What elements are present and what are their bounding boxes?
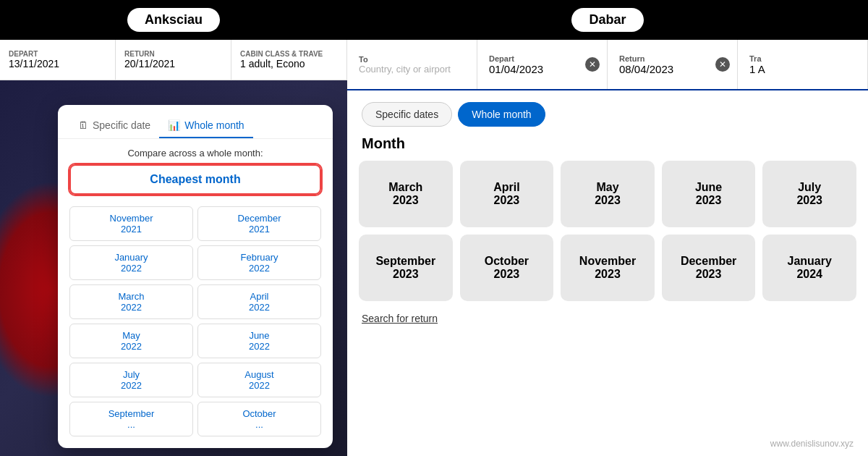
tab-specific-date[interactable]: 🗓 Specific date bbox=[69, 114, 159, 138]
right-month-cell[interactable]: June2023 bbox=[662, 161, 756, 227]
left-label-pill: Anksciau bbox=[127, 8, 220, 32]
left-tab-row: 🗓 Specific date 📊 Whole month bbox=[58, 105, 333, 139]
right-return-clear-button[interactable]: ✕ bbox=[715, 57, 730, 72]
left-month-cell[interactable]: February 2022 bbox=[197, 245, 321, 280]
month-section-label: Month bbox=[347, 132, 868, 161]
left-return-field: Return 20/11/2021 bbox=[116, 40, 231, 80]
right-month-cell[interactable]: November2023 bbox=[561, 235, 655, 301]
cheapest-month-button[interactable]: Cheapest month bbox=[69, 164, 321, 195]
left-month-cell[interactable]: June 2022 bbox=[197, 324, 321, 358]
right-month-cell[interactable]: September2023 bbox=[359, 235, 453, 301]
left-month-cell[interactable]: January 2022 bbox=[69, 245, 193, 280]
left-month-cell[interactable]: October ... bbox=[197, 402, 321, 436]
toggle-whole-month-button[interactable]: Whole month bbox=[458, 102, 545, 127]
chart-icon: 📊 bbox=[168, 119, 180, 131]
right-to-label: To bbox=[359, 55, 465, 64]
right-month-cell[interactable]: July2023 bbox=[762, 161, 856, 227]
toggle-row: Specific dates Whole month bbox=[347, 90, 868, 132]
left-label-bar: Anksciau bbox=[0, 0, 347, 40]
toggle-specific-dates-button[interactable]: Specific dates bbox=[362, 102, 452, 127]
right-to-field: To Country, city or airport bbox=[347, 40, 477, 89]
right-travellers-field: Tra 1 A bbox=[738, 40, 868, 89]
left-dropdown-card: 🗓 Specific date 📊 Whole month Compare ac… bbox=[58, 105, 333, 448]
left-month-cell[interactable]: July 2022 bbox=[69, 363, 193, 397]
left-month-cell[interactable]: May 2022 bbox=[69, 324, 193, 358]
right-month-cell[interactable]: January2024 bbox=[762, 235, 856, 301]
right-month-cell[interactable]: March2023 bbox=[359, 161, 453, 227]
right-search-bar: To Country, city or airport Depart 01/04… bbox=[347, 40, 868, 90]
search-return-link[interactable]: Search for return bbox=[347, 301, 868, 336]
left-depart-field: Depart 13/11/2021 bbox=[0, 40, 116, 80]
right-month-cell[interactable]: October2023 bbox=[460, 235, 554, 301]
right-month-cell[interactable]: May2023 bbox=[561, 161, 655, 227]
right-return-label: Return bbox=[619, 54, 726, 63]
left-depart-value[interactable]: 13/11/2021 bbox=[9, 58, 106, 69]
right-depart-field: Depart 01/04/2023 ✕ bbox=[477, 40, 608, 89]
tab-whole-month[interactable]: 📊 Whole month bbox=[159, 114, 252, 138]
left-month-cell[interactable]: September ... bbox=[69, 402, 193, 436]
right-travellers-label: Tra bbox=[749, 54, 856, 63]
left-cabin-label: Cabin Class & Trave bbox=[240, 50, 338, 58]
right-month-cell[interactable]: April2023 bbox=[460, 161, 554, 227]
left-month-cell[interactable]: March 2022 bbox=[69, 284, 193, 319]
left-depart-label: Depart bbox=[9, 50, 106, 58]
right-return-field: Return 08/04/2023 ✕ bbox=[608, 40, 738, 89]
left-cabin-value[interactable]: 1 adult, Econo bbox=[240, 58, 338, 69]
right-months-grid-row1: March2023April2023May2023June2023July202… bbox=[347, 161, 868, 227]
right-label-pill: Dabar bbox=[571, 8, 643, 32]
left-months-grid: November 2021December 2021January 2022Fe… bbox=[58, 203, 333, 439]
left-month-cell[interactable]: November 2021 bbox=[69, 206, 193, 241]
left-panel: Anksciau Depart 13/11/2021 Return 20/11/… bbox=[0, 0, 347, 456]
right-months-grid-row2: September2023October2023November2023Dece… bbox=[347, 235, 868, 301]
right-travellers-value[interactable]: 1 A bbox=[749, 63, 856, 75]
right-depart-value[interactable]: 01/04/2023 bbox=[489, 63, 595, 75]
right-label-bar: Dabar bbox=[347, 0, 868, 40]
left-return-value[interactable]: 20/11/2021 bbox=[124, 58, 222, 69]
right-depart-label: Depart bbox=[489, 54, 595, 63]
left-month-cell[interactable]: December 2021 bbox=[197, 206, 321, 241]
right-depart-clear-button[interactable]: ✕ bbox=[585, 57, 600, 72]
left-month-cell[interactable]: April 2022 bbox=[197, 284, 321, 319]
left-month-cell[interactable]: August 2022 bbox=[197, 363, 321, 397]
right-return-value[interactable]: 08/04/2023 bbox=[619, 63, 726, 75]
left-cabin-field: Cabin Class & Trave 1 adult, Econo bbox=[231, 40, 347, 80]
left-return-label: Return bbox=[124, 50, 222, 58]
left-search-bar: Depart 13/11/2021 Return 20/11/2021 Cabi… bbox=[0, 40, 347, 80]
right-to-placeholder[interactable]: Country, city or airport bbox=[359, 64, 465, 75]
right-panel: Dabar To Country, city or airport Depart… bbox=[347, 0, 868, 456]
watermark: www.denislisunov.xyz bbox=[770, 439, 854, 449]
right-month-cell[interactable]: December2023 bbox=[662, 235, 756, 301]
calendar-icon: 🗓 bbox=[78, 119, 88, 131]
tab-whole-label: Whole month bbox=[184, 119, 244, 131]
tab-specific-label: Specific date bbox=[93, 119, 150, 131]
compare-text: Compare across a whole month: bbox=[58, 139, 333, 164]
